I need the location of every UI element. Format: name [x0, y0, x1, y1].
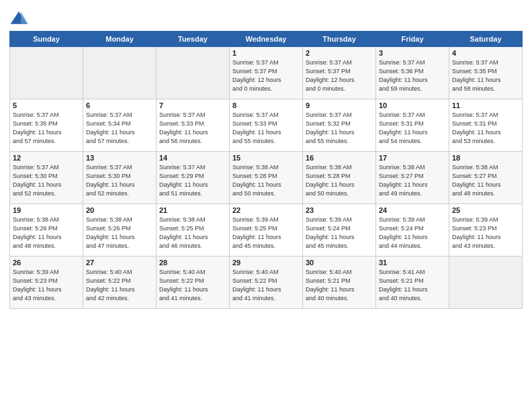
day-info: Sunrise: 5:40 AMSunset: 5:22 PMDaylight:…	[232, 268, 300, 303]
calendar-cell: 20Sunrise: 5:38 AMSunset: 5:26 PMDayligh…	[83, 204, 157, 257]
calendar-cell: 8Sunrise: 5:37 AMSunset: 5:33 PMDaylight…	[230, 99, 303, 152]
day-number: 9	[306, 101, 373, 109]
day-number: 31	[379, 259, 446, 267]
day-number: 25	[452, 206, 519, 214]
day-info: Sunrise: 5:38 AMSunset: 5:26 PMDaylight:…	[13, 216, 80, 250]
day-info: Sunrise: 5:37 AMSunset: 5:30 PMDaylight:…	[86, 163, 153, 198]
day-number: 19	[13, 206, 80, 214]
calendar-cell: 4Sunrise: 5:37 AMSunset: 5:35 PMDaylight…	[449, 47, 523, 99]
calendar-cell: 21Sunrise: 5:38 AMSunset: 5:25 PMDayligh…	[157, 204, 230, 257]
day-number: 10	[379, 101, 446, 109]
calendar-cell: 1Sunrise: 5:37 AMSunset: 5:37 PMDaylight…	[230, 47, 303, 99]
weekday-header: Friday	[376, 32, 449, 47]
day-number: 18	[452, 154, 519, 162]
day-number: 13	[86, 154, 153, 162]
calendar-body: 1Sunrise: 5:37 AMSunset: 5:37 PMDaylight…	[10, 47, 523, 309]
calendar-cell: 23Sunrise: 5:39 AMSunset: 5:24 PMDayligh…	[303, 204, 376, 257]
day-number: 22	[232, 206, 300, 214]
calendar-cell	[10, 47, 83, 99]
calendar-cell: 14Sunrise: 5:37 AMSunset: 5:29 PMDayligh…	[157, 152, 230, 204]
calendar-cell: 10Sunrise: 5:37 AMSunset: 5:31 PMDayligh…	[376, 99, 449, 152]
calendar-week-row: 12Sunrise: 5:37 AMSunset: 5:30 PMDayligh…	[10, 152, 523, 204]
calendar-cell: 11Sunrise: 5:37 AMSunset: 5:31 PMDayligh…	[449, 99, 523, 152]
weekday-header: Wednesday	[230, 32, 303, 47]
calendar-cell: 27Sunrise: 5:40 AMSunset: 5:22 PMDayligh…	[83, 257, 157, 309]
day-number: 8	[232, 101, 300, 109]
calendar-cell: 13Sunrise: 5:37 AMSunset: 5:30 PMDayligh…	[83, 152, 157, 204]
day-info: Sunrise: 5:39 AMSunset: 5:25 PMDaylight:…	[232, 216, 300, 250]
day-info: Sunrise: 5:38 AMSunset: 5:28 PMDaylight:…	[232, 163, 300, 198]
header	[9, 7, 523, 28]
calendar-cell: 22Sunrise: 5:39 AMSunset: 5:25 PMDayligh…	[230, 204, 303, 257]
logo	[9, 9, 31, 28]
weekday-header: Monday	[83, 32, 157, 47]
calendar-cell	[83, 47, 157, 99]
day-info: Sunrise: 5:37 AMSunset: 5:34 PMDaylight:…	[86, 111, 153, 146]
calendar-cell: 9Sunrise: 5:37 AMSunset: 5:32 PMDaylight…	[303, 99, 376, 152]
calendar-cell	[157, 47, 230, 99]
day-number: 4	[452, 49, 519, 57]
calendar-cell: 24Sunrise: 5:39 AMSunset: 5:24 PMDayligh…	[376, 204, 449, 257]
day-number: 1	[232, 49, 300, 57]
calendar-week-row: 5Sunrise: 5:37 AMSunset: 5:35 PMDaylight…	[10, 99, 523, 152]
calendar-table: SundayMondayTuesdayWednesdayThursdayFrid…	[9, 31, 523, 309]
day-info: Sunrise: 5:40 AMSunset: 5:22 PMDaylight:…	[86, 268, 153, 303]
day-number: 12	[13, 154, 80, 162]
weekday-header: Sunday	[10, 32, 83, 47]
calendar-cell: 12Sunrise: 5:37 AMSunset: 5:30 PMDayligh…	[10, 152, 83, 204]
day-number: 21	[159, 206, 226, 214]
day-info: Sunrise: 5:38 AMSunset: 5:28 PMDaylight:…	[306, 163, 373, 198]
day-number: 5	[13, 101, 80, 109]
day-info: Sunrise: 5:37 AMSunset: 5:31 PMDaylight:…	[452, 111, 519, 146]
day-number: 20	[86, 206, 153, 214]
day-info: Sunrise: 5:39 AMSunset: 5:24 PMDaylight:…	[306, 216, 373, 250]
day-info: Sunrise: 5:37 AMSunset: 5:31 PMDaylight:…	[379, 111, 446, 146]
day-info: Sunrise: 5:37 AMSunset: 5:33 PMDaylight:…	[232, 111, 300, 146]
calendar-week-row: 26Sunrise: 5:39 AMSunset: 5:23 PMDayligh…	[10, 257, 523, 309]
day-info: Sunrise: 5:37 AMSunset: 5:32 PMDaylight:…	[306, 111, 373, 146]
calendar-cell: 31Sunrise: 5:41 AMSunset: 5:21 PMDayligh…	[376, 257, 449, 309]
weekday-row: SundayMondayTuesdayWednesdayThursdayFrid…	[10, 32, 523, 47]
calendar-cell: 6Sunrise: 5:37 AMSunset: 5:34 PMDaylight…	[83, 99, 157, 152]
day-info: Sunrise: 5:37 AMSunset: 5:30 PMDaylight:…	[13, 163, 80, 198]
calendar-cell: 2Sunrise: 5:37 AMSunset: 5:37 PMDaylight…	[303, 47, 376, 99]
day-number: 26	[13, 259, 80, 267]
day-number: 28	[159, 259, 226, 267]
calendar-week-row: 1Sunrise: 5:37 AMSunset: 5:37 PMDaylight…	[10, 47, 523, 99]
day-number: 7	[159, 101, 226, 109]
day-number: 24	[379, 206, 446, 214]
calendar-week-row: 19Sunrise: 5:38 AMSunset: 5:26 PMDayligh…	[10, 204, 523, 257]
calendar-cell: 26Sunrise: 5:39 AMSunset: 5:23 PMDayligh…	[10, 257, 83, 309]
page: SundayMondayTuesdayWednesdayThursdayFrid…	[0, 0, 532, 411]
day-info: Sunrise: 5:39 AMSunset: 5:24 PMDaylight:…	[379, 216, 446, 250]
day-number: 2	[306, 49, 373, 57]
day-info: Sunrise: 5:37 AMSunset: 5:33 PMDaylight:…	[159, 111, 226, 146]
calendar-cell: 17Sunrise: 5:38 AMSunset: 5:27 PMDayligh…	[376, 152, 449, 204]
day-info: Sunrise: 5:41 AMSunset: 5:21 PMDaylight:…	[379, 268, 446, 303]
calendar-cell: 30Sunrise: 5:40 AMSunset: 5:21 PMDayligh…	[303, 257, 376, 309]
day-number: 27	[86, 259, 153, 267]
day-number: 11	[452, 101, 519, 109]
day-info: Sunrise: 5:37 AMSunset: 5:29 PMDaylight:…	[159, 163, 226, 198]
weekday-header: Tuesday	[157, 32, 230, 47]
calendar-cell: 28Sunrise: 5:40 AMSunset: 5:22 PMDayligh…	[157, 257, 230, 309]
day-number: 29	[232, 259, 300, 267]
day-number: 3	[379, 49, 446, 57]
day-info: Sunrise: 5:40 AMSunset: 5:22 PMDaylight:…	[159, 268, 226, 303]
day-info: Sunrise: 5:38 AMSunset: 5:27 PMDaylight:…	[452, 163, 519, 198]
weekday-header: Thursday	[303, 32, 376, 47]
day-info: Sunrise: 5:37 AMSunset: 5:37 PMDaylight:…	[232, 58, 300, 93]
day-info: Sunrise: 5:39 AMSunset: 5:23 PMDaylight:…	[13, 268, 80, 303]
day-info: Sunrise: 5:37 AMSunset: 5:35 PMDaylight:…	[13, 111, 80, 146]
day-number: 15	[232, 154, 300, 162]
day-number: 30	[306, 259, 373, 267]
day-info: Sunrise: 5:37 AMSunset: 5:35 PMDaylight:…	[452, 58, 519, 93]
calendar-cell: 3Sunrise: 5:37 AMSunset: 5:36 PMDaylight…	[376, 47, 449, 99]
calendar-header: SundayMondayTuesdayWednesdayThursdayFrid…	[10, 32, 523, 47]
calendar-cell: 5Sunrise: 5:37 AMSunset: 5:35 PMDaylight…	[10, 99, 83, 152]
weekday-header: Saturday	[449, 32, 523, 47]
day-number: 23	[306, 206, 373, 214]
logo-icon	[9, 9, 28, 28]
day-number: 17	[379, 154, 446, 162]
day-number: 16	[306, 154, 373, 162]
